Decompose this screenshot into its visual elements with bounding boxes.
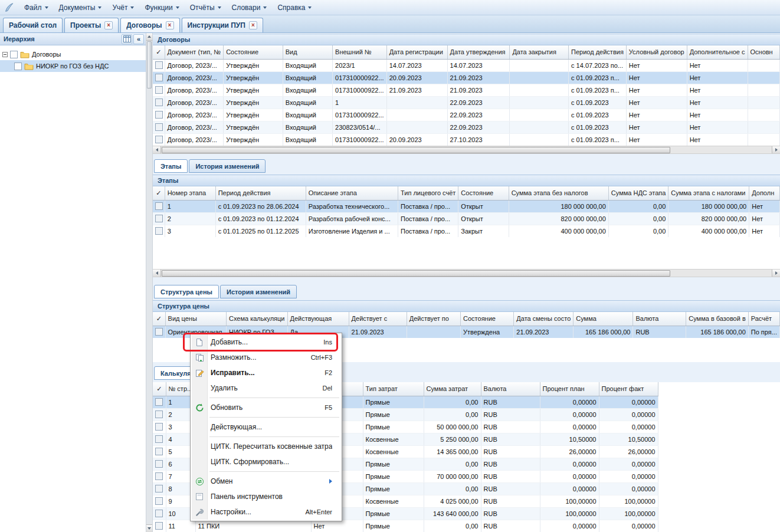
stages-horizontal-scrollbar[interactable] xyxy=(153,269,780,277)
context-menu-item-toolbar-panel[interactable]: Панель инструментов xyxy=(192,489,340,504)
check-all-header[interactable]: ✓ xyxy=(153,312,165,326)
row-checkbox[interactable] xyxy=(155,328,163,336)
row-checkbox[interactable] xyxy=(155,98,163,106)
column-header[interactable]: Тип затрат xyxy=(363,382,424,396)
row-checkbox[interactable] xyxy=(155,460,163,468)
row-checkbox[interactable] xyxy=(155,522,163,530)
contracts-horizontal-scrollbar[interactable] xyxy=(153,146,780,154)
close-tab-icon[interactable]: × xyxy=(249,21,257,29)
horizontal-scroll-thumb[interactable] xyxy=(162,147,670,153)
column-header[interactable]: Сумма НДС этапа xyxy=(608,186,668,200)
column-header[interactable]: Процент план xyxy=(540,382,599,396)
column-header[interactable]: Сумма затрат xyxy=(424,382,481,396)
workspace-tab-desktop[interactable]: Рабочий стол xyxy=(3,18,63,32)
scroll-right-button[interactable] xyxy=(772,270,780,277)
row-checkbox[interactable] xyxy=(155,61,163,69)
table-row[interactable]: Договор, 2023/...УтверждёнВходящий017310… xyxy=(153,71,780,84)
horizontal-scroll-thumb[interactable] xyxy=(162,270,670,277)
context-menu-item-set-active[interactable]: Действующая... xyxy=(192,419,340,435)
context-menu-item-citk-recalculate[interactable]: ЦИТК. Пересчитать косвенные затраты... xyxy=(192,439,340,454)
column-header[interactable]: Документ (тип, № xyxy=(165,45,224,59)
row-checkbox[interactable] xyxy=(155,111,163,119)
scroll-up-button[interactable] xyxy=(146,33,152,41)
scroll-left-button[interactable] xyxy=(153,146,161,153)
column-header[interactable]: Валюта xyxy=(481,382,540,396)
column-header[interactable]: Действующая xyxy=(287,312,349,326)
context-menu-item-citk-generate[interactable]: ЦИТК. Сформировать... xyxy=(192,454,340,469)
scroll-down-button[interactable] xyxy=(146,524,152,532)
column-header[interactable]: Период действия xyxy=(215,186,306,200)
row-checkbox[interactable] xyxy=(155,215,163,222)
row-checkbox[interactable] xyxy=(155,398,163,406)
workspace-tab-projects[interactable]: Проекты× xyxy=(64,18,119,32)
row-checkbox[interactable] xyxy=(155,74,163,81)
table-row[interactable]: Договор, 2023/...УтверждёнВходящий122.09… xyxy=(153,96,780,109)
vertical-scrollbar[interactable] xyxy=(146,33,153,532)
row-checkbox[interactable] xyxy=(155,448,163,455)
row-checkbox[interactable] xyxy=(155,497,163,505)
column-header[interactable]: Вид цены xyxy=(165,312,226,326)
table-row[interactable]: Договор, 2023/...УтверждёнВходящий2023/1… xyxy=(153,59,780,71)
menubar-item-reports[interactable]: Отчёты xyxy=(185,0,227,15)
price-tab-price-structure[interactable]: Структура цены xyxy=(154,285,219,298)
tree-node-child[interactable]: НИОКР по ГОЗ без НДС xyxy=(0,60,146,72)
context-menu-item-settings[interactable]: Настройки...Alt+Enter xyxy=(192,504,340,520)
column-header[interactable]: Сумма xyxy=(573,312,633,326)
table-row[interactable]: Договор, 2023/...УтверждёнВходящий017310… xyxy=(153,133,780,146)
column-header[interactable]: Дата смены состо xyxy=(514,312,573,326)
menubar-item-file[interactable]: Файл xyxy=(19,0,54,15)
row-checkbox[interactable] xyxy=(155,423,163,431)
context-menu-item-delete[interactable]: УдалитьDel xyxy=(192,380,340,396)
close-tab-icon[interactable]: × xyxy=(166,21,174,29)
column-header[interactable]: Действует с xyxy=(349,312,407,326)
grid-view-icon[interactable] xyxy=(122,34,132,44)
column-header[interactable]: Вид xyxy=(283,45,332,59)
context-menu-item-refresh[interactable]: ОбновитьF5 xyxy=(192,400,340,415)
row-checkbox[interactable] xyxy=(155,435,163,443)
stages-tab-stages[interactable]: Этапы xyxy=(154,159,188,173)
column-header[interactable]: Описание этапа xyxy=(306,186,398,200)
column-header[interactable]: Номер этапа xyxy=(165,186,215,200)
column-header[interactable]: Схема калькуляци xyxy=(227,312,288,326)
tree-checkbox[interactable] xyxy=(10,51,18,58)
column-header[interactable]: Сумма в базовой в xyxy=(686,312,748,326)
check-all-header[interactable]: ✓ xyxy=(153,186,165,200)
context-menu-item-exchange[interactable]: Обмен xyxy=(192,474,340,489)
row-checkbox[interactable] xyxy=(155,472,163,480)
row-checkbox[interactable] xyxy=(155,227,163,235)
row-checkbox[interactable] xyxy=(155,411,163,418)
row-checkbox[interactable] xyxy=(155,202,163,210)
column-header[interactable]: Валюта xyxy=(633,312,686,326)
row-checkbox[interactable] xyxy=(155,485,163,492)
tree-expander-icon[interactable] xyxy=(2,52,8,57)
close-tab-icon[interactable]: × xyxy=(104,21,113,29)
column-header[interactable]: Действует по xyxy=(407,312,460,326)
row-checkbox[interactable] xyxy=(155,123,163,131)
row-checkbox[interactable] xyxy=(155,136,163,143)
column-header[interactable]: Основн xyxy=(748,45,779,59)
column-header[interactable]: Внешний № xyxy=(333,45,387,59)
column-header[interactable]: Дополнительное с xyxy=(687,45,748,59)
stages-tab-history[interactable]: История изменений xyxy=(189,159,266,173)
table-row[interactable]: Договор, 2023/...УтверждёнВходящий230823… xyxy=(153,121,780,133)
workspace-tab-contracts[interactable]: Договоры× xyxy=(120,18,179,32)
column-header[interactable]: Тип лицевого счёт xyxy=(398,186,458,200)
column-header[interactable]: Дата закрытия xyxy=(510,45,569,59)
column-header[interactable]: Дополн xyxy=(749,186,780,200)
column-header[interactable]: Условный договор xyxy=(626,45,687,59)
context-menu-item-duplicate[interactable]: Размножить...Ctrl+F3 xyxy=(192,350,340,365)
column-header[interactable]: Сумма этапа с налогами xyxy=(668,186,749,200)
table-row[interactable]: 3с 01.01.2025 по 01.12.2025Изготовление … xyxy=(153,225,780,237)
tree-node-root[interactable]: Договоры xyxy=(0,48,146,60)
column-header[interactable]: Состояние xyxy=(458,186,509,200)
table-row[interactable]: Договор, 2023/...УтверждёнВходящий017310… xyxy=(153,109,780,121)
scroll-left-button[interactable] xyxy=(153,270,161,277)
vertical-scroll-thumb[interactable] xyxy=(147,41,152,88)
menubar-item-functions[interactable]: Функции xyxy=(139,0,184,15)
column-header[interactable]: Дата утверждения xyxy=(447,45,510,59)
price-tab-history[interactable]: История изменений xyxy=(220,285,297,298)
column-header[interactable]: Состояние xyxy=(224,45,283,59)
menubar-item-accounting[interactable]: Учёт xyxy=(107,0,139,15)
column-header[interactable]: Сумма этапа без налогов xyxy=(509,186,608,200)
table-row[interactable]: Договор, 2023/...УтверждёнВходящий017310… xyxy=(153,84,780,96)
